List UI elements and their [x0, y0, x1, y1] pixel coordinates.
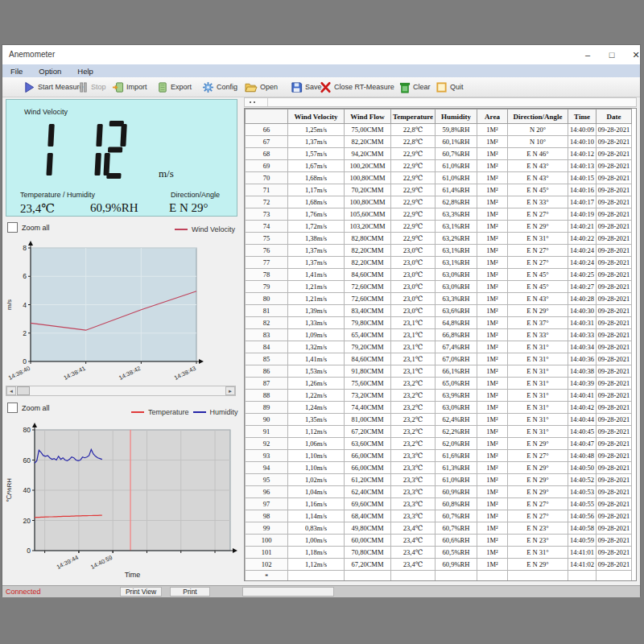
- table-cell[interactable]: 66,00CMM: [345, 462, 391, 474]
- clear-button[interactable]: Clear: [399, 80, 431, 94]
- table-cell[interactable]: E N 43°: [508, 293, 568, 305]
- table-row[interactable]: 981,14m/s68,40CMM23,3℃60,7%RH1M²E N 27°1…: [246, 510, 632, 522]
- table-cell[interactable]: 14:40:59: [568, 535, 597, 547]
- table-cell[interactable]: 1M²: [477, 378, 508, 390]
- table-row[interactable]: 901,35m/s81,00CMM23,2℃62,4%RH1M²E N 31°1…: [246, 414, 632, 426]
- scroll-left-arrow-icon[interactable]: ◄: [6, 386, 16, 395]
- temp-humidity-chart[interactable]: 02040608014:39:4414:40:59℃/%RHTime: [4, 418, 239, 579]
- table-cell[interactable]: 23,0℃: [391, 305, 436, 317]
- menu-option[interactable]: Option: [31, 67, 69, 76]
- table-cell[interactable]: 14:40:09: [568, 124, 597, 136]
- table-cell[interactable]: E N 45°: [508, 184, 568, 196]
- row-header[interactable]: 96: [246, 486, 288, 498]
- maximize-button[interactable]: □: [603, 47, 621, 62]
- table-cell[interactable]: 63,6%RH: [436, 305, 477, 317]
- table-cell[interactable]: 14:40:28: [568, 293, 597, 305]
- table-cell[interactable]: 81,00CMM: [345, 414, 391, 426]
- table-cell[interactable]: 1,32m/s: [288, 341, 345, 353]
- table-cell[interactable]: 1M²: [477, 462, 508, 474]
- table-cell[interactable]: 61,0%RH: [436, 474, 477, 486]
- table-cell[interactable]: 14:40:17: [568, 196, 597, 208]
- table-cell[interactable]: 1M²: [477, 438, 508, 450]
- table-cell[interactable]: 1,00m/s: [288, 535, 345, 547]
- table-cell[interactable]: 14:40:38: [568, 365, 597, 378]
- table-cell[interactable]: 1,68m/s: [288, 196, 345, 208]
- new-row[interactable]: *: [246, 571, 632, 582]
- table-cell[interactable]: 100,80CMM: [345, 196, 391, 208]
- table-cell[interactable]: 1M²: [477, 390, 508, 402]
- table-cell[interactable]: 09-28-2021: [597, 414, 632, 426]
- minimize-button[interactable]: –: [579, 47, 597, 62]
- row-header[interactable]: 100: [246, 535, 288, 547]
- table-cell[interactable]: 09-28-2021: [597, 559, 632, 571]
- table-cell[interactable]: 1,68m/s: [288, 172, 345, 184]
- table-row[interactable]: 801,21m/s72,60CMM23,0℃63,3%RH1M²E N 43°1…: [246, 293, 632, 305]
- row-header[interactable]: 87: [246, 378, 288, 390]
- table-cell[interactable]: 1M²: [477, 474, 508, 486]
- table-cell[interactable]: 09-28-2021: [597, 148, 632, 160]
- table-cell[interactable]: 23,4℃: [391, 547, 436, 559]
- table-cell[interactable]: E N 31°: [508, 233, 568, 245]
- print-button[interactable]: Print: [170, 587, 210, 597]
- table-cell[interactable]: 23,1℃: [391, 341, 436, 353]
- table-cell[interactable]: 1M²: [477, 486, 508, 498]
- row-header[interactable]: 79: [246, 281, 288, 293]
- table-row[interactable]: 791,21m/s72,60CMM23,0℃63,0%RH1M²E N 45°1…: [246, 281, 632, 293]
- table-cell[interactable]: 60,7%RH: [436, 148, 477, 160]
- table-cell[interactable]: 103,20CMM: [345, 221, 391, 233]
- table-cell[interactable]: 65,40CMM: [345, 329, 391, 341]
- table-cell[interactable]: 1,37m/s: [288, 245, 345, 257]
- table-cell[interactable]: 09-28-2021: [597, 184, 632, 196]
- table-cell[interactable]: 23,2℃: [391, 390, 436, 402]
- table-cell[interactable]: 1M²: [477, 208, 508, 221]
- row-header[interactable]: 77: [246, 257, 288, 269]
- table-cell[interactable]: 23,3℃: [391, 498, 436, 510]
- table-row[interactable]: 671,37m/s82,20CMM22,8℃60,1%RH1M²N 10°14:…: [246, 136, 632, 148]
- table-cell[interactable]: 1,72m/s: [288, 221, 345, 233]
- table-cell[interactable]: 1M²: [477, 365, 508, 378]
- table-cell[interactable]: 14:40:25: [568, 269, 597, 281]
- corner-header[interactable]: [246, 109, 288, 124]
- table-cell[interactable]: 1M²: [477, 257, 508, 269]
- table-cell[interactable]: 09-28-2021: [597, 269, 632, 281]
- table-cell[interactable]: 1M²: [477, 124, 508, 136]
- table-cell[interactable]: 63,3%RH: [436, 208, 477, 221]
- import-button[interactable]: Import: [112, 80, 147, 94]
- table-cell[interactable]: E N 27°: [508, 510, 568, 522]
- chart1-scrollbar[interactable]: ◄ ►: [6, 386, 236, 396]
- table-cell[interactable]: 23,1℃: [391, 317, 436, 329]
- table-cell[interactable]: E N 27°: [508, 208, 568, 221]
- table-cell[interactable]: 1M²: [477, 426, 508, 438]
- table-cell[interactable]: 14:40:24: [568, 245, 597, 257]
- table-cell[interactable]: 09-28-2021: [597, 438, 632, 450]
- table-row[interactable]: 881,22m/s73,20CMM23,2℃63,9%RH1M²E N 31°1…: [246, 390, 632, 402]
- table-row[interactable]: 921,06m/s63,60CMM23,2℃62,0%RH1M²E N 29°1…: [246, 438, 632, 450]
- table-cell[interactable]: 22,9℃: [391, 172, 436, 184]
- table-cell[interactable]: 23,0℃: [391, 269, 436, 281]
- table-cell[interactable]: N 20°: [508, 124, 568, 136]
- table-cell[interactable]: 09-28-2021: [597, 172, 632, 184]
- table-cell[interactable]: 60,5%RH: [436, 547, 477, 559]
- table-cell[interactable]: E N 43°: [508, 160, 568, 172]
- table-cell[interactable]: E N 31°: [508, 378, 568, 390]
- table-cell[interactable]: 84,60CMM: [345, 269, 391, 281]
- table-cell[interactable]: 1M²: [477, 535, 508, 547]
- table-row[interactable]: 990,83m/s49,80CMM23,4℃60,7%RH1M²E N 23°1…: [246, 522, 632, 535]
- table-cell[interactable]: 83,40CMM: [345, 305, 391, 317]
- table-cell[interactable]: 1,41m/s: [288, 353, 345, 365]
- table-cell[interactable]: 09-28-2021: [597, 136, 632, 148]
- table-cell[interactable]: 14:40:21: [568, 221, 597, 233]
- table-cell[interactable]: 1M²: [477, 148, 508, 160]
- quit-button[interactable]: Quit: [436, 80, 464, 94]
- table-cell[interactable]: 23,3℃: [391, 486, 436, 498]
- table-cell[interactable]: 65,0%RH: [436, 378, 477, 390]
- table-cell[interactable]: E N 31°: [508, 390, 568, 402]
- table-cell[interactable]: 23,3℃: [391, 510, 436, 522]
- table-cell[interactable]: 09-28-2021: [597, 426, 632, 438]
- table-cell[interactable]: 09-28-2021: [597, 233, 632, 245]
- column-header[interactable]: Wind Velocity: [288, 109, 345, 124]
- checkbox-icon[interactable]: [7, 222, 18, 233]
- table-cell[interactable]: 09-28-2021: [597, 245, 632, 257]
- table-cell[interactable]: 1,24m/s: [288, 402, 345, 414]
- table-cell[interactable]: 74,40CMM: [345, 402, 391, 414]
